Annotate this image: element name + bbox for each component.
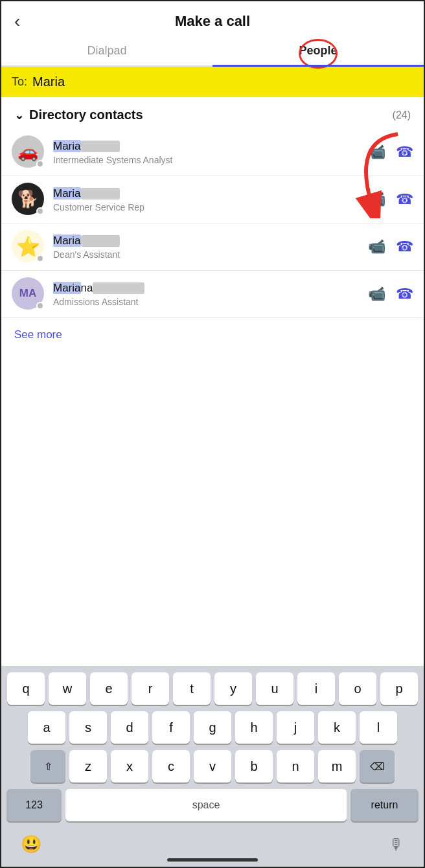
video-call-button[interactable]: 📹 — [368, 144, 385, 161]
contact-row: MA Mariana Admissions Assistant 📹 ☎ — [1, 271, 424, 318]
contact-role: Admissions Assistant — [53, 297, 360, 307]
phone-call-button[interactable]: ☎ — [396, 144, 413, 161]
key-g[interactable]: g — [194, 711, 231, 744]
key-n[interactable]: n — [277, 750, 314, 782]
directory-count: (24) — [393, 109, 411, 121]
key-e[interactable]: e — [90, 672, 128, 705]
key-f[interactable]: f — [152, 711, 190, 744]
contact-info: Maria Dean's Assistant — [53, 234, 360, 260]
status-dot — [36, 160, 44, 168]
key-p[interactable]: p — [380, 672, 418, 705]
key-q[interactable]: q — [7, 672, 45, 705]
emoji-icon[interactable]: 😃 — [21, 834, 41, 854]
keyboard-row-4: 123 space return — [6, 789, 419, 821]
key-z[interactable]: z — [69, 750, 107, 782]
contact-name: Maria — [53, 234, 360, 248]
see-more-button[interactable]: See more — [1, 318, 424, 352]
status-dot — [36, 255, 44, 262]
key-r[interactable]: r — [132, 672, 169, 705]
chevron-down-icon: ⌄ — [14, 108, 24, 122]
phone-call-button[interactable]: ☎ — [396, 191, 413, 208]
key-t[interactable]: t — [173, 672, 211, 705]
avatar: MA — [12, 277, 45, 311]
keyboard-bottom-bar: 😃 🎙 — [1, 828, 424, 858]
phone-call-button[interactable]: ☎ — [396, 238, 413, 255]
tab-bar: Dialpad People — [1, 35, 424, 67]
video-call-button[interactable]: 📹 — [368, 286, 385, 303]
key-y[interactable]: y — [214, 672, 252, 705]
keyboard-rows: q w e r t y u i o p a s d f g h j k l ⇧ … — [1, 666, 424, 821]
video-call-button[interactable]: 📹 — [368, 191, 385, 208]
search-input[interactable] — [32, 74, 413, 89]
key-o[interactable]: o — [339, 672, 376, 705]
key-i[interactable]: i — [297, 672, 335, 705]
avatar: 🚗 — [12, 135, 45, 169]
back-button[interactable]: ‹ — [14, 11, 20, 32]
key-l[interactable]: l — [360, 711, 397, 744]
contact-role: Customer Service Rep — [53, 202, 360, 212]
home-bar — [1, 858, 424, 867]
key-w[interactable]: w — [49, 672, 86, 705]
directory-title: ⌄ Directory contacts — [14, 108, 143, 122]
key-x[interactable]: x — [111, 750, 148, 782]
header: ‹ Make a call — [1, 1, 424, 35]
status-dot — [36, 302, 44, 310]
contact-row: ⭐ Maria Dean's Assistant 📹 ☎ — [1, 223, 424, 271]
directory-section: ⌄ Directory contacts (24) 🚗 Maria Interm… — [1, 97, 424, 352]
phone-call-button[interactable]: ☎ — [396, 286, 413, 303]
keyboard-row-3: ⇧ z x c v b n m ⌫ — [6, 750, 419, 782]
contact-actions: 📹 ☎ — [368, 238, 413, 255]
search-label: To: — [12, 75, 27, 89]
shift-key[interactable]: ⇧ — [30, 750, 65, 782]
delete-key[interactable]: ⌫ — [360, 750, 395, 782]
keyboard-row-1: q w e r t y u i o p — [6, 672, 419, 705]
key-k[interactable]: k — [318, 711, 356, 744]
contact-info: Mariana Admissions Assistant — [53, 281, 360, 307]
key-v[interactable]: v — [194, 750, 231, 782]
key-j[interactable]: j — [277, 711, 314, 744]
search-bar: To: — [1, 67, 424, 97]
space-key[interactable]: space — [65, 789, 347, 821]
avatar: 🐕 — [12, 183, 45, 216]
avatar: ⭐ — [12, 230, 45, 264]
contact-role: Dean's Assistant — [53, 249, 360, 260]
tab-people[interactable]: People — [212, 35, 424, 65]
key-m[interactable]: m — [318, 750, 356, 782]
microphone-icon[interactable]: 🎙 — [389, 836, 404, 854]
status-dot — [36, 207, 44, 215]
key-b[interactable]: b — [235, 750, 273, 782]
num-key[interactable]: 123 — [6, 789, 62, 821]
contact-row: 🚗 Maria Intermediate Systems Analyst 📹 ☎ — [1, 129, 424, 176]
keyboard: q w e r t y u i o p a s d f g h j k l ⇧ … — [1, 666, 424, 867]
directory-header: ⌄ Directory contacts (24) — [1, 97, 424, 129]
contact-info: Maria Customer Service Rep — [53, 187, 360, 212]
contact-actions: 📹 ☎ — [368, 191, 413, 208]
contact-info: Maria Intermediate Systems Analyst — [53, 139, 360, 165]
page-title: Make a call — [175, 13, 250, 30]
contact-name: Mariana — [53, 281, 360, 295]
video-call-button[interactable]: 📹 — [368, 238, 385, 255]
return-key[interactable]: return — [350, 789, 419, 821]
key-h[interactable]: h — [235, 711, 273, 744]
contact-row: 🐕 Maria Customer Service Rep 📹 ☎ — [1, 176, 424, 223]
key-u[interactable]: u — [256, 672, 293, 705]
contact-role: Intermediate Systems Analyst — [53, 155, 360, 165]
keyboard-row-2: a s d f g h j k l — [6, 711, 419, 744]
key-s[interactable]: s — [69, 711, 107, 744]
key-d[interactable]: d — [111, 711, 148, 744]
contact-name: Maria — [53, 139, 360, 154]
contact-actions: 📹 ☎ — [368, 286, 413, 303]
contact-name: Maria — [53, 187, 360, 201]
tab-dialpad[interactable]: Dialpad — [1, 35, 212, 65]
key-c[interactable]: c — [152, 750, 190, 782]
key-a[interactable]: a — [28, 711, 65, 744]
contact-actions: 📹 ☎ — [368, 144, 413, 161]
home-indicator — [167, 858, 258, 862]
